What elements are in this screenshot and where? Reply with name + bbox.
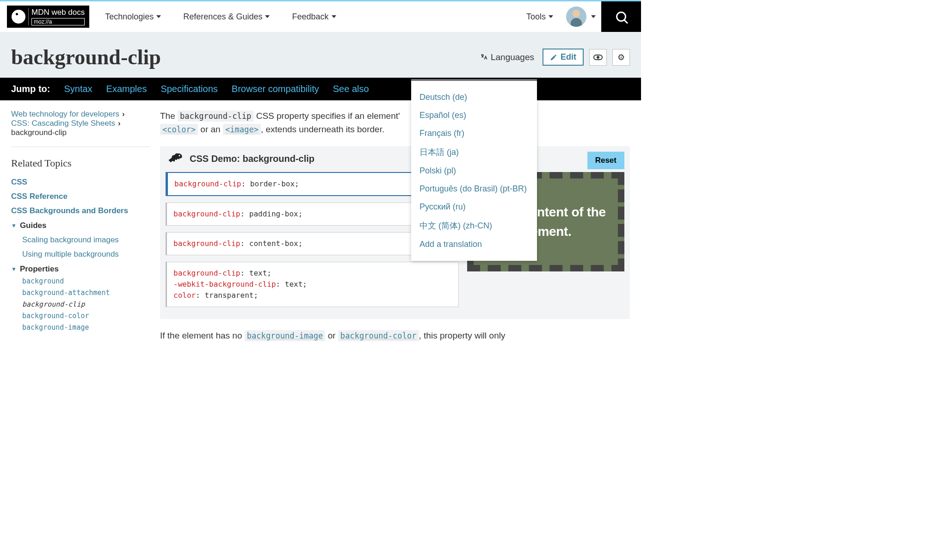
triangle-down-icon: ▼: [11, 222, 17, 229]
sidebar-link-css-reference[interactable]: CSS Reference: [11, 192, 150, 201]
link-image-type[interactable]: <image>: [223, 124, 261, 134]
mdn-logo[interactable]: MDN web docs moz://a: [7, 6, 89, 28]
svg-point-0: [179, 155, 180, 156]
lang-option[interactable]: Add a translation: [419, 235, 529, 253]
outro-paragraph: If the element has no background-image o…: [160, 329, 630, 343]
settings-button[interactable]: ⚙: [612, 49, 630, 66]
avatar: [566, 6, 586, 27]
logo-mozilla: moz://a: [31, 18, 85, 25]
chevron-right-icon: ›: [122, 110, 125, 119]
code-inline: background-clip: [178, 111, 253, 122]
search-button[interactable]: [601, 1, 641, 32]
dino-icon: [167, 153, 183, 165]
logo-text: MDN web docs: [31, 8, 85, 17]
chevron-right-icon: ›: [118, 119, 121, 128]
sidebar-property[interactable]: background-attachment: [22, 289, 150, 297]
chevron-down-icon: [332, 15, 336, 18]
pencil-icon: [550, 54, 557, 61]
navbar: MDN web docs moz://a Technologies Refere…: [0, 1, 641, 32]
lang-option[interactable]: 中文 (简体) (zh-CN): [419, 216, 529, 235]
group-label: Properties: [20, 265, 59, 274]
sidebar-link[interactable]: Scaling background images: [22, 235, 150, 245]
link-bg-image[interactable]: background-image: [245, 331, 326, 340]
user-menu[interactable]: [564, 6, 601, 27]
jump-to-bar: Jump to: Syntax Examples Specifications …: [0, 78, 641, 100]
nav-references[interactable]: References & Guides: [172, 12, 281, 22]
jump-link[interactable]: Specifications: [160, 84, 217, 94]
jump-link[interactable]: Browser compatibility: [232, 84, 319, 94]
related-topics-heading: Related Topics: [11, 157, 150, 169]
nav-tools[interactable]: Tools: [515, 12, 564, 22]
intro-paragraph: The background-clip CSS property specifi…: [160, 110, 630, 136]
jump-label: Jump to:: [11, 84, 50, 94]
nav-label: Technologies: [105, 12, 154, 22]
translate-icon: [480, 53, 488, 61]
nav-feedback[interactable]: Feedback: [281, 12, 347, 22]
reset-button[interactable]: Reset: [587, 152, 624, 169]
sidebar-link-backgrounds-borders[interactable]: CSS Backgrounds and Borders: [11, 206, 150, 215]
css-demo: CSS Demo: background-clip Reset backgrou…: [160, 146, 630, 319]
search-icon: [616, 12, 626, 22]
lang-option[interactable]: Português (do Brasil) (pt-BR): [419, 180, 529, 198]
sidebar-property[interactable]: background: [22, 277, 150, 285]
sidebar: Web technology for developers› CSS: Casc…: [11, 110, 150, 343]
sidebar-group-guides[interactable]: ▼Guides: [11, 221, 150, 230]
sidebar-link[interactable]: Using multiple backgrounds: [22, 250, 150, 259]
triangle-down-icon: ▼: [11, 266, 17, 272]
page-title: background-clip: [11, 45, 477, 69]
sidebar-link-css[interactable]: CSS: [11, 178, 150, 187]
breadcrumb: Web technology for developers› CSS: Casc…: [11, 110, 150, 147]
group-label: Guides: [20, 221, 47, 230]
sidebar-property[interactable]: background-color: [22, 312, 150, 320]
title-bar: background-clip Languages Deutsch (de) E…: [0, 32, 641, 78]
chevron-down-icon: [265, 15, 270, 18]
jump-link[interactable]: See also: [333, 84, 369, 94]
demo-title: CSS Demo: background-clip: [190, 152, 314, 166]
chevron-down-icon: [549, 15, 553, 18]
main: Web technology for developers› CSS: Casc…: [0, 100, 641, 352]
dino-icon: [12, 10, 25, 24]
link-color-type[interactable]: <color>: [160, 124, 198, 134]
nav-label: Feedback: [292, 12, 328, 22]
sidebar-property-current: background-clip: [22, 300, 150, 308]
breadcrumb-link[interactable]: Web technology for developers: [11, 110, 119, 119]
breadcrumb-current: background-clip: [11, 128, 67, 137]
watch-button[interactable]: [589, 49, 607, 66]
gear-icon: ⚙: [617, 52, 625, 62]
languages-label: Languages: [491, 52, 534, 62]
lang-option[interactable]: Español (es): [419, 106, 529, 124]
lang-option[interactable]: 日本語 (ja): [419, 142, 529, 162]
jump-link[interactable]: Examples: [106, 84, 147, 94]
breadcrumb-link[interactable]: CSS: Cascading Style Sheets: [11, 119, 115, 128]
languages-dropdown: Deutsch (de) Español (es) Français (fr) …: [411, 79, 537, 261]
lang-option[interactable]: Français (fr): [419, 124, 529, 142]
nav-label: Tools: [526, 12, 546, 22]
title-actions: Languages Deutsch (de) Español (es) Fran…: [477, 49, 630, 66]
code-option[interactable]: background-clip: text; -webkit-backgroun…: [166, 262, 459, 307]
sidebar-group-properties[interactable]: ▼Properties: [11, 265, 150, 274]
nav-label: References & Guides: [183, 12, 262, 22]
languages-button[interactable]: Languages: [477, 52, 537, 62]
sidebar-property[interactable]: background-image: [22, 323, 150, 332]
eye-icon: [593, 55, 603, 60]
jump-link[interactable]: Syntax: [64, 84, 92, 94]
lang-option[interactable]: Polski (pl): [419, 162, 529, 180]
chevron-down-icon: [156, 15, 161, 18]
link-bg-color[interactable]: background-color: [338, 331, 419, 340]
edit-button[interactable]: Edit: [543, 49, 584, 66]
content: The background-clip CSS property specifi…: [160, 110, 630, 343]
nav-technologies[interactable]: Technologies: [94, 12, 172, 22]
lang-option[interactable]: Русский (ru): [419, 198, 529, 216]
edit-label: Edit: [561, 52, 576, 62]
chevron-down-icon: [591, 15, 596, 18]
lang-option[interactable]: Deutsch (de): [419, 88, 529, 106]
